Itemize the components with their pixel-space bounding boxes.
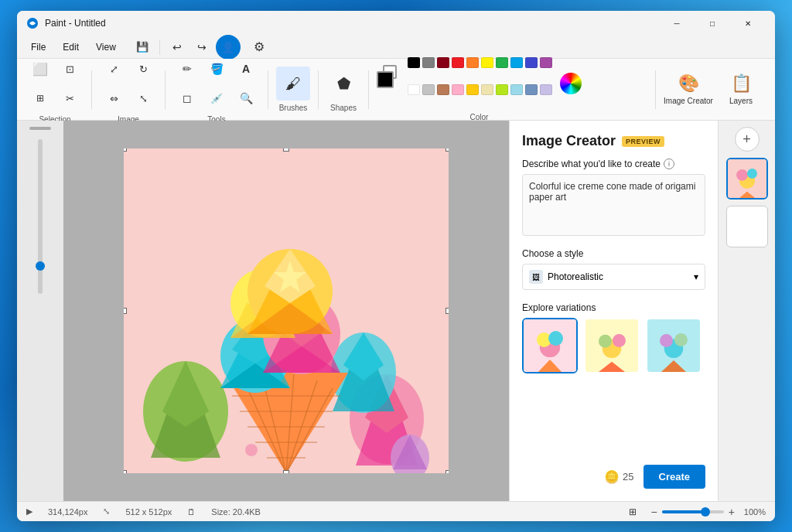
magnify-btn[interactable]: 🔍 <box>232 84 260 112</box>
main-area: Image Creator PREVIEW Describe what you'… <box>17 121 775 501</box>
eraser-btn[interactable]: ◻ <box>173 84 201 112</box>
style-value: Photorealistic <box>548 271 603 282</box>
color-swatch[interactable] <box>408 84 420 95</box>
svg-point-57 <box>660 334 673 347</box>
window-controls: ─ □ ✕ <box>659 11 766 36</box>
color-swatch[interactable] <box>452 84 464 95</box>
svg-point-62 <box>736 169 748 181</box>
variation-2[interactable] <box>584 318 640 373</box>
layers-toolbar-label: Layers <box>729 97 753 105</box>
add-layer-btn[interactable]: + <box>735 127 760 152</box>
text-btn[interactable]: A <box>232 55 260 83</box>
color-swatch[interactable] <box>437 84 449 95</box>
color-swatch[interactable] <box>422 57 435 68</box>
zoom-track[interactable] <box>38 139 43 294</box>
pencil-btn[interactable]: ✏ <box>173 55 201 83</box>
close-button[interactable]: ✕ <box>730 11 766 36</box>
app-icon <box>26 17 39 29</box>
color-swatch[interactable] <box>510 84 523 95</box>
resize-btn[interactable]: ⤢ <box>100 55 128 83</box>
select-free-btn[interactable]: ⊡ <box>56 55 84 83</box>
eyedropper-btn[interactable]: 💉 <box>203 84 230 112</box>
coin-icon: 🪙 <box>604 469 620 484</box>
color-swatch[interactable] <box>496 57 508 68</box>
canvas-image[interactable] <box>124 148 449 473</box>
shapes-main-btn[interactable]: ⬟ <box>326 66 360 101</box>
zoom-thumb[interactable] <box>36 261 45 271</box>
color-swatch[interactable] <box>437 57 449 68</box>
zoom-plus-btn[interactable]: + <box>729 506 735 518</box>
layers-toolbar-btn[interactable]: 📋 Layers <box>716 66 766 113</box>
selection-group: ⬜ ⊡ ⊞ ✂ Selection <box>26 55 84 124</box>
color-swatch[interactable] <box>510 57 523 68</box>
resize-icon: ⤡ <box>103 506 110 517</box>
color-swatch[interactable] <box>481 84 493 95</box>
info-icon[interactable]: i <box>664 159 674 169</box>
variation-3[interactable] <box>646 318 702 373</box>
status-right: ⊞ − + 100% <box>624 503 766 520</box>
describe-label: Describe what you'd like to create <box>522 159 661 169</box>
thumbnail-1[interactable] <box>726 158 768 200</box>
status-file: 🗒 <box>187 507 196 517</box>
menu-file[interactable]: File <box>23 39 53 56</box>
variation-1[interactable] <box>522 318 578 373</box>
status-play: ▶ <box>26 506 32 517</box>
color-selector[interactable] <box>377 71 405 96</box>
svg-point-53 <box>613 334 626 347</box>
minimize-button[interactable]: ─ <box>659 11 695 36</box>
canvas-area[interactable] <box>63 121 509 501</box>
status-bar: ▶ 314,124px ⤡ 512 x 512px 🗒 Size: 20.4KB… <box>17 501 775 521</box>
zoom-slider-container <box>38 133 43 495</box>
menu-view[interactable]: View <box>88 39 124 56</box>
select-crop-btn[interactable]: ✂ <box>56 84 84 112</box>
fill-btn[interactable]: 🪣 <box>203 55 230 83</box>
menu-edit[interactable]: Edit <box>55 39 87 56</box>
zoom-minus-btn[interactable]: − <box>650 506 657 518</box>
sep6 <box>655 70 656 109</box>
image-creator-toolbar-label: Image Creator <box>664 97 713 105</box>
color-wheel-btn[interactable] <box>560 73 582 94</box>
color-swatch[interactable] <box>481 57 493 68</box>
thumbnail-panel: + <box>718 121 775 501</box>
maximize-button[interactable]: □ <box>695 11 730 36</box>
color-swatch[interactable] <box>466 57 479 68</box>
image-creator-icon: 🎨 <box>678 73 699 94</box>
sep5 <box>368 70 369 109</box>
scroll-indicator <box>29 127 51 130</box>
select-extra-btn[interactable]: ⊞ <box>26 84 54 112</box>
flip-btn[interactable]: ⇔ <box>100 84 128 112</box>
create-button[interactable]: Create <box>644 465 705 489</box>
svg-point-41 <box>245 444 258 456</box>
color-swatch[interactable] <box>496 84 508 95</box>
preview-badge: PREVIEW <box>622 136 664 147</box>
transform-btn[interactable]: ⤡ <box>129 84 157 112</box>
color-swatch[interactable] <box>525 84 538 95</box>
select-rect-btn[interactable]: ⬜ <box>26 55 54 83</box>
color-swatch[interactable] <box>540 84 552 95</box>
color-section: Color <box>377 57 582 121</box>
credits-value: 25 <box>623 471 633 483</box>
view-toggle-btn[interactable]: ⊞ <box>624 503 641 520</box>
tools-group: ✏ 🪣 A ◻ 💉 🔍 Tools <box>173 55 260 124</box>
brushes-group: 🖌 Brushes <box>276 66 310 112</box>
primary-color-swatch[interactable] <box>377 71 394 88</box>
brushes-label: Brushes <box>279 104 308 112</box>
status-coordinates: 314,124px <box>48 507 87 517</box>
variations-label: Explore variations <box>522 302 705 313</box>
style-label: Choose a style <box>522 248 705 259</box>
style-select[interactable]: 🖼 Photorealistic ▾ <box>522 264 705 290</box>
color-swatch[interactable] <box>525 57 538 68</box>
status-dimensions: 512 x 512px <box>125 507 172 517</box>
zoom-bar[interactable] <box>662 510 724 513</box>
color-swatch[interactable] <box>452 57 464 68</box>
brush-main-btn[interactable]: 🖌 <box>276 66 310 101</box>
image-creator-toolbar-btn[interactable]: 🎨 Image Creator <box>664 66 713 113</box>
rotate-btn[interactable]: ↻ <box>129 55 157 83</box>
prompt-input[interactable]: Colorful ice creme cone made of origami … <box>522 174 705 236</box>
image-group: ⤢ ↻ ⇔ ⤡ Image <box>100 55 157 124</box>
color-swatch[interactable] <box>422 84 435 95</box>
sep4 <box>318 70 319 109</box>
color-swatch[interactable] <box>408 57 420 68</box>
color-swatch[interactable] <box>540 57 552 68</box>
color-swatch[interactable] <box>466 84 479 95</box>
